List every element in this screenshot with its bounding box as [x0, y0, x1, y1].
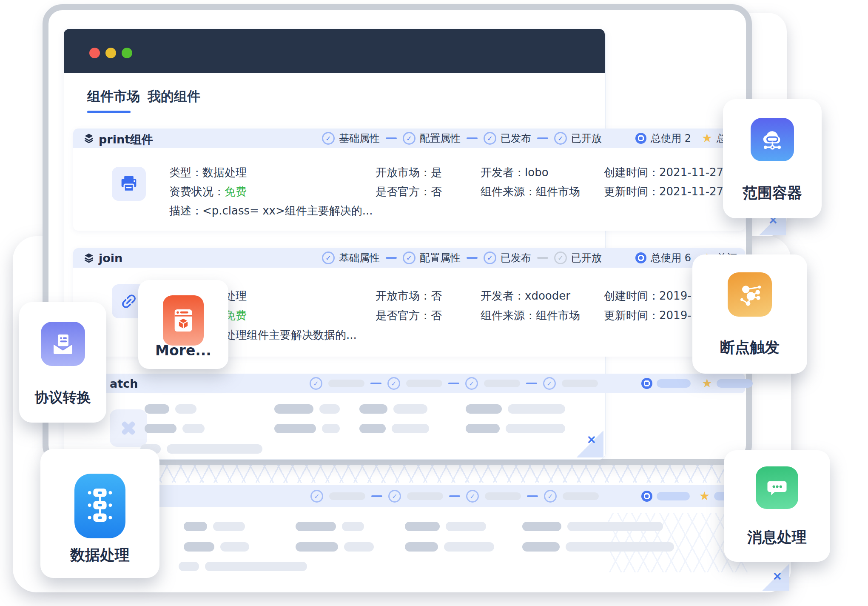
skeleton-row	[274, 404, 340, 414]
card-steps: ✓基础属性 ✓配置属性 ✓已发布 ✓已开放	[322, 129, 602, 148]
skeleton-pill	[406, 380, 442, 387]
skeleton-pill	[485, 492, 521, 500]
chevron-pattern	[106, 462, 744, 483]
rating-stat: ★	[702, 374, 753, 393]
molecule-icon	[728, 272, 772, 317]
skeleton-row	[466, 424, 565, 433]
skeleton-row	[274, 424, 340, 433]
layers-icon	[83, 133, 94, 144]
skeleton-pill	[562, 380, 598, 387]
field-type: 类型：数据处理	[169, 165, 247, 180]
skeleton-pill	[717, 379, 753, 388]
field-desc: 描述：<p.class= xx>组件主要解决的...	[169, 203, 373, 218]
field-fee: 资费状况：免费	[169, 184, 247, 199]
floating-card-scope-container[interactable]: 范围容器	[723, 99, 822, 218]
star-icon: ★	[702, 377, 712, 389]
component-icon-placeholder	[110, 409, 147, 447]
fold-corner: ×	[576, 430, 603, 457]
layers-icon	[83, 252, 94, 263]
floating-card-more[interactable]: More...	[138, 280, 228, 369]
floating-card-label: 范围容器	[723, 183, 822, 203]
chat-bubble-icon	[756, 466, 798, 509]
minimize-window-icon[interactable]	[105, 48, 116, 58]
usage-eye-icon	[641, 491, 652, 502]
field-developer: 开发者：xdooder	[481, 289, 570, 303]
usage-stat: 总使用 2	[635, 129, 691, 148]
skeleton-row	[145, 404, 196, 414]
cloud-network-icon	[751, 118, 794, 161]
skeleton-row	[522, 522, 663, 531]
printer-icon	[112, 167, 146, 201]
skeleton-row	[296, 542, 374, 552]
floating-card-label: 协议转换	[19, 388, 106, 407]
field-official: 是否官方：否	[376, 308, 442, 323]
window-titlebar	[64, 29, 605, 73]
data-rows-icon	[74, 474, 125, 538]
step-check-icon: ✓	[484, 132, 496, 145]
skeleton-row	[466, 404, 565, 414]
maximize-window-icon[interactable]	[122, 48, 132, 58]
step-check-icon: ✓	[403, 132, 416, 145]
fold-corner: ×	[762, 563, 789, 591]
floating-card-data-processing[interactable]: 数据处理	[40, 449, 159, 578]
skeleton-row	[522, 542, 674, 552]
step-check-icon: ✓	[554, 132, 567, 145]
skeleton-pill	[329, 492, 365, 500]
step-check-icon: ✓	[322, 252, 335, 264]
floating-card-label: 消息处理	[724, 527, 830, 547]
skeleton-pill	[563, 492, 599, 500]
field-source: 组件来源：组件市场	[481, 184, 580, 199]
card-title: print组件	[99, 132, 153, 147]
field-source: 组件来源：组件市场	[481, 308, 580, 323]
browser-window: ×	[64, 29, 606, 460]
skeleton-row	[140, 444, 262, 454]
floating-card-protocol-conversion[interactable]: 协议转换	[19, 302, 106, 423]
field-open-market: 开放市场：否	[376, 289, 442, 303]
usage-stat	[641, 374, 691, 393]
usage-stat: 总使用 6	[635, 248, 691, 268]
star-icon: ★	[699, 490, 710, 502]
field-developer: 开发者：lobo	[481, 165, 549, 180]
floating-card-label: 数据处理	[40, 545, 159, 565]
field-official: 是否官方：否	[376, 184, 442, 199]
skeleton-row	[179, 562, 307, 571]
skeleton-pill	[657, 379, 691, 388]
skeleton-steps: ✓ ✓ ✓ ✓	[310, 374, 598, 393]
tab-component-market[interactable]: 组件市场	[87, 88, 140, 106]
skeleton-row	[145, 424, 205, 433]
skeleton-list-item[interactable]: atch ✓ ✓ ✓ ✓ ★	[73, 374, 745, 393]
usage-eye-icon	[635, 252, 646, 263]
usage-stat	[641, 486, 690, 506]
floating-card-breakpoint-trigger[interactable]: 断点触发	[692, 254, 807, 374]
close-window-icon[interactable]	[89, 48, 100, 58]
skeleton-pill	[407, 492, 443, 500]
card-title: join	[99, 252, 122, 265]
page: × ✓ ✓ ✓ ✓ ★ ×	[0, 0, 868, 606]
skeleton-list-item[interactable]: ✓ ✓ ✓ ✓ ★	[102, 485, 761, 507]
field-open-market: 开放市场：是	[376, 165, 442, 180]
usage-eye-icon	[635, 133, 646, 144]
skeleton-row	[405, 522, 486, 531]
card-steps: ✓基础属性 ✓配置属性 ✓已发布 ✓已开放	[322, 248, 602, 268]
app-cube-icon	[163, 295, 204, 346]
floating-card-label: 断点触发	[692, 337, 807, 357]
step-check-icon: ✓	[403, 252, 416, 264]
close-icon[interactable]: ×	[586, 434, 596, 446]
star-icon: ★	[702, 132, 712, 144]
skeleton-item-title: atch	[110, 377, 138, 390]
skeleton-row	[405, 542, 494, 552]
component-card-print[interactable]: print组件 ✓基础属性 ✓配置属性 ✓已发布 ✓已开放 总使用 2 ★总评 …	[73, 129, 745, 231]
step-check-icon: ✓	[484, 252, 496, 264]
close-icon[interactable]: ×	[772, 570, 782, 582]
inbox-document-icon	[41, 322, 85, 366]
skeleton-pill	[484, 380, 520, 387]
floating-card-message-processing[interactable]: 消息处理	[724, 450, 830, 562]
floating-card-label: More...	[138, 342, 228, 359]
field-updated: 更新时间：2019-1	[604, 308, 698, 323]
step-check-icon: ✓	[322, 132, 335, 145]
tab-my-components[interactable]: 我的组件	[148, 88, 200, 106]
skeleton-pill	[328, 380, 364, 387]
usage-eye-icon	[641, 378, 652, 389]
skeleton-row	[359, 424, 429, 433]
card-header-band: join ✓基础属性 ✓配置属性 ✓已发布 ✓已开放 总使用 6 ★总评	[73, 248, 745, 268]
